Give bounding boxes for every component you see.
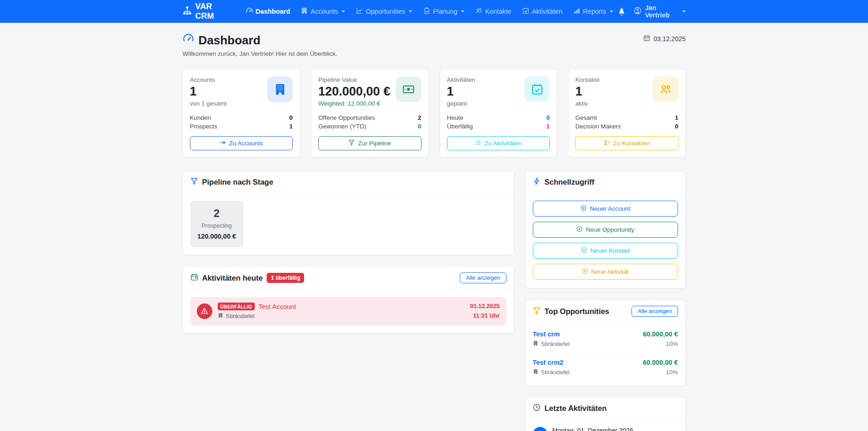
clipboard-icon: [423, 7, 430, 16]
stat-card-pipeline-value: Pipeline Value 120.000,00 € Weighted: 12…: [311, 69, 429, 157]
kpi-cards: Accounts 1 von 1 gesamt Kunden0 Prospect…: [183, 69, 686, 157]
stat-value: 1: [447, 85, 475, 99]
opportunity-link[interactable]: Test crm2: [533, 359, 570, 366]
opportunity-amount: 60.000,00 €: [643, 359, 678, 366]
nav-item-aktivitaeten[interactable]: Aktivitäten: [518, 5, 567, 18]
current-date: 03.12.2025: [643, 35, 685, 43]
clock-icon: [533, 404, 541, 413]
section-title: Top Opportunities: [545, 307, 610, 316]
overdue-count-badge: 1 überfällig: [267, 273, 304, 283]
chevron-down-icon: [461, 11, 464, 12]
stat-value: 1: [575, 85, 600, 99]
calendar-check-icon: [522, 7, 529, 16]
funnel-icon: [348, 139, 355, 147]
brand-logo[interactable]: VAR CRM: [183, 2, 230, 21]
building-icon: [218, 313, 223, 319]
recent-activity-date: Montag, 01. Dezember 2025: [552, 427, 633, 431]
speedometer-icon: [183, 33, 194, 48]
nav-item-accounts[interactable]: Accounts: [296, 5, 350, 18]
stat-row: Decision Makers0: [575, 122, 679, 131]
lightning-icon: [533, 177, 541, 187]
notifications-bell-icon[interactable]: [618, 8, 626, 16]
activity-time: 11:31 Uhr: [470, 311, 500, 321]
stat-card-accounts: Accounts 1 von 1 gesamt Kunden0 Prospect…: [183, 69, 300, 157]
activities-view-all-button[interactable]: Alle anzeigen: [460, 272, 506, 283]
pipeline-stage-prospecting[interactable]: 2 Prospecting 120.000,00 €: [190, 201, 243, 247]
nav-item-kontakte[interactable]: Kontakte: [471, 5, 516, 18]
stat-card-aktivitaeten: Aktivitäten 1 geplant Heute0 Überfällig1…: [440, 69, 558, 157]
chevron-down-icon: [610, 11, 613, 12]
calendar-check-icon: [524, 76, 550, 102]
warning-triangle-icon: [197, 303, 212, 319]
stat-row: Offene Opportunities2: [318, 113, 421, 122]
opportunity-row: Test crm Stinkstiefel 60.000,00 € 10%: [533, 325, 678, 353]
nav-item-reports[interactable]: Reports: [569, 5, 618, 18]
person-lines-icon: [604, 139, 610, 147]
stat-label: Accounts: [190, 76, 227, 83]
nav-label: Dashboard: [256, 8, 290, 15]
stat-row: Kunden0: [190, 113, 293, 122]
plus-circle-icon: [580, 205, 587, 213]
opportunity-amount: 60.000,00 €: [643, 330, 678, 338]
stat-sub: aktiv: [575, 100, 600, 107]
activities-today-card: Aktivitäten heute 1 überfällig Alle anze…: [183, 266, 514, 333]
new-opportunity-button[interactable]: Neue Opportunity: [533, 222, 678, 238]
page-title: Dashboard: [183, 33, 337, 48]
nav-item-planung[interactable]: Planung: [419, 5, 469, 18]
overdue-status-badge: ÜBERFÄLLIG: [218, 303, 255, 310]
nav-item-dashboard[interactable]: Dashboard: [242, 5, 295, 18]
recent-activity-item: Montag, 01. Dezember 2025 test Stinkstie…: [533, 427, 678, 431]
new-kontakt-button[interactable]: Neuer Kontakt: [533, 243, 678, 259]
new-account-button[interactable]: Neuer Account: [533, 201, 678, 217]
section-title: Aktivitäten heute: [202, 274, 263, 282]
chevron-down-icon: [409, 11, 412, 12]
stat-sub: geplant: [447, 100, 475, 107]
opportunity-row: Test crm2 Stinkstiefel 60.000,00 € 10%: [533, 353, 678, 381]
arrow-right-icon: [220, 139, 226, 147]
go-to-aktivitaeten-button[interactable]: Zu Aktivitäten: [447, 136, 550, 150]
stat-label: Aktivitäten: [447, 76, 475, 83]
nav-item-opportunities[interactable]: Opportunities: [352, 5, 417, 18]
opportunity-probability: 10%: [643, 369, 678, 376]
recent-activities-card: Letzte Aktivitäten Montag, 01. Dezember …: [525, 397, 686, 431]
top-opportunities-card: Top Opportunities Alle anzeigen Test crm…: [525, 299, 686, 386]
funnel-icon: [190, 177, 198, 187]
phone-icon: [533, 427, 547, 431]
plus-circle-icon: [576, 226, 583, 234]
list-icon: [475, 139, 481, 147]
stat-label: Pipeline Value: [318, 76, 390, 83]
stat-row: Überfällig1: [447, 122, 550, 131]
pipeline-by-stage-card: Pipeline nach Stage 2 Prospecting 120.00…: [183, 171, 514, 255]
chevron-down-icon: [342, 11, 345, 12]
stage-count: 2: [195, 207, 239, 220]
stat-value: 1: [190, 85, 227, 99]
main-nav: Dashboard Accounts Opportunities Planung…: [242, 5, 618, 18]
opportunities-view-all-button[interactable]: Alle anzeigen: [631, 306, 678, 317]
go-to-pipeline-button[interactable]: Zur Pipeline: [318, 136, 421, 150]
nav-label: Kontakte: [485, 8, 511, 15]
person-circle-icon: [634, 7, 642, 16]
opportunity-company: Stinkstiefel: [541, 369, 570, 376]
stat-row: Gewonnen (YTD)0: [318, 122, 421, 131]
user-menu[interactable]: Jan Vertrieb: [634, 4, 685, 19]
overdue-activity-item[interactable]: ÜBERFÄLLIG Test Account Stinkstiefel 01.…: [190, 297, 506, 325]
bar-chart-icon: [573, 7, 580, 16]
activity-title: Test Account: [258, 303, 296, 310]
activity-company: Stinkstiefel: [226, 313, 255, 319]
speedometer-icon: [246, 7, 253, 16]
opportunity-probability: 10%: [643, 341, 678, 347]
building-icon: [533, 341, 538, 347]
plus-circle-icon: [581, 247, 587, 255]
opportunity-link[interactable]: Test crm: [533, 330, 570, 338]
go-to-accounts-button[interactable]: Zu Accounts: [190, 136, 293, 150]
stat-sub: von 1 gesamt: [190, 100, 227, 107]
go-to-kontakte-button[interactable]: Zu Kontakten: [575, 136, 679, 150]
graph-icon: [356, 7, 363, 16]
nav-label: Aktivitäten: [532, 8, 563, 15]
cash-icon: [396, 76, 421, 102]
building-icon: [267, 76, 293, 102]
stat-row: Heute0: [447, 113, 550, 122]
user-name: Jan Vertrieb: [645, 4, 678, 19]
new-aktivitaet-button[interactable]: Neue Aktivität: [533, 264, 678, 280]
stat-value: 120.000,00 €: [318, 85, 390, 99]
